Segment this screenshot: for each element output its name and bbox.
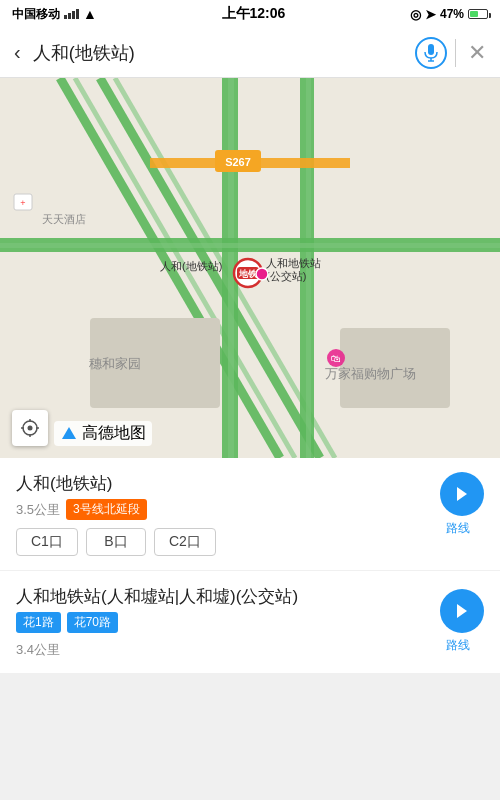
back-button[interactable]: ‹ xyxy=(10,41,25,64)
result-tag-2a: 花1路 xyxy=(16,612,61,633)
result-title-1: 人和(地铁站) xyxy=(16,472,432,495)
map-area[interactable]: S267 地铁 人和(地铁站) 人和地铁站 (公交站) 穗和家园 万家福购物广场… xyxy=(0,78,500,458)
location-button[interactable] xyxy=(12,410,48,446)
search-bar: ‹ 人和(地铁站) ✕ xyxy=(0,28,500,78)
svg-rect-0 xyxy=(428,44,434,55)
result-distance-1: 3.5公里 xyxy=(16,501,60,519)
result-title-2: 人和地铁站(人和墟站|人和墟)(公交站) xyxy=(16,585,432,608)
mic-icon xyxy=(424,44,438,62)
result-meta-2: 花1路 花70路 xyxy=(16,612,432,633)
result-tag-1: 3号线北延段 xyxy=(66,499,147,520)
svg-text:S267: S267 xyxy=(225,156,251,168)
svg-text:人和(地铁站): 人和(地铁站) xyxy=(160,260,222,272)
route-button-1[interactable] xyxy=(440,472,484,516)
carrier-label: 中国移动 xyxy=(12,6,60,23)
result-info-1: 人和(地铁站) 3.5公里 3号线北延段 C1口 B口 C2口 xyxy=(16,472,432,556)
amap-logo: 高德地图 xyxy=(54,421,152,446)
svg-rect-14 xyxy=(0,243,500,248)
battery-label: 47% xyxy=(440,7,464,21)
result-distance-2: 3.4公里 xyxy=(16,641,432,659)
map-controls xyxy=(12,410,48,446)
close-button[interactable]: ✕ xyxy=(464,40,490,66)
route-button-2[interactable] xyxy=(440,589,484,633)
battery-icon xyxy=(468,9,488,19)
exit-c2-button[interactable]: C2口 xyxy=(154,528,216,556)
wifi-icon: ▲ xyxy=(83,6,97,22)
arrow-icon: ➤ xyxy=(425,7,436,22)
status-left: 中国移动 ▲ xyxy=(12,6,97,23)
route-arrow-icon-1 xyxy=(457,487,467,501)
svg-point-35 xyxy=(28,426,33,431)
time-label: 上午12:06 xyxy=(222,5,286,23)
exit-b-button[interactable]: B口 xyxy=(86,528,146,556)
svg-text:🛍: 🛍 xyxy=(331,353,341,364)
exits-1: C1口 B口 C2口 xyxy=(16,528,432,556)
location-icon: ◎ xyxy=(410,7,421,22)
route-label-2: 路线 xyxy=(446,637,470,654)
svg-text:+: + xyxy=(20,198,25,208)
svg-text:天天酒店: 天天酒店 xyxy=(42,213,86,225)
svg-text:地铁: 地铁 xyxy=(238,269,258,279)
result-tag-2b: 花70路 xyxy=(67,612,118,633)
signal-icon xyxy=(64,9,79,19)
result-meta-1: 3.5公里 3号线北延段 xyxy=(16,499,432,520)
result-info-2: 人和地铁站(人和墟站|人和墟)(公交站) 花1路 花70路 3.4公里 xyxy=(16,585,432,659)
exit-c1-button[interactable]: C1口 xyxy=(16,528,78,556)
result-item-2: 人和地铁站(人和墟站|人和墟)(公交站) 花1路 花70路 3.4公里 路线 xyxy=(0,571,500,674)
route-label-1: 路线 xyxy=(446,520,470,537)
results-panel: 人和(地铁站) 3.5公里 3号线北延段 C1口 B口 C2口 路线 人和地铁站… xyxy=(0,458,500,674)
status-bar: 中国移动 ▲ 上午12:06 ◎ ➤ 47% xyxy=(0,0,500,28)
svg-text:(公交站): (公交站) xyxy=(266,270,306,282)
microphone-button[interactable] xyxy=(415,37,447,69)
map-svg: S267 地铁 人和(地铁站) 人和地铁站 (公交站) 穗和家园 万家福购物广场… xyxy=(0,78,500,458)
search-input[interactable]: 人和(地铁站) xyxy=(33,41,407,65)
status-right: ◎ ➤ 47% xyxy=(410,7,488,22)
svg-text:万家福购物广场: 万家福购物广场 xyxy=(325,366,416,381)
amap-logo-text: 高德地图 xyxy=(82,423,146,444)
svg-rect-10 xyxy=(228,78,234,458)
svg-point-26 xyxy=(256,268,268,280)
result-item: 人和(地铁站) 3.5公里 3号线北延段 C1口 B口 C2口 路线 xyxy=(0,458,500,571)
route-arrow-icon-2 xyxy=(457,604,467,618)
divider xyxy=(455,39,456,67)
crosshair-icon xyxy=(20,418,40,438)
amap-logo-icon xyxy=(60,425,78,443)
svg-text:人和地铁站: 人和地铁站 xyxy=(266,257,321,269)
svg-text:穗和家园: 穗和家园 xyxy=(89,356,141,371)
svg-marker-40 xyxy=(62,427,76,439)
